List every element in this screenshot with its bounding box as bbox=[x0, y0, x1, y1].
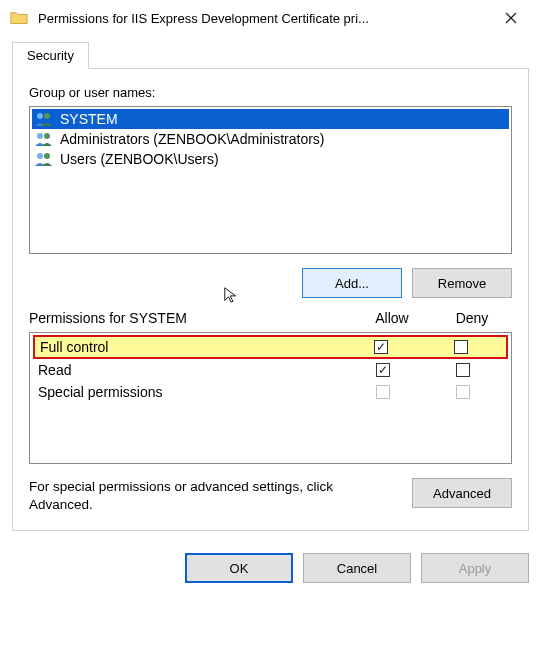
allow-checkbox bbox=[376, 385, 390, 399]
list-item[interactable]: Users (ZENBOOK\Users) bbox=[32, 149, 509, 169]
deny-checkbox[interactable] bbox=[454, 340, 468, 354]
list-item[interactable]: Administrators (ZENBOOK\Administrators) bbox=[32, 129, 509, 149]
permission-label: Full control bbox=[40, 339, 341, 355]
advanced-hint: For special permissions or advanced sett… bbox=[29, 478, 400, 514]
allow-column-header: Allow bbox=[352, 310, 432, 326]
permission-label: Read bbox=[38, 362, 343, 378]
ok-button[interactable]: OK bbox=[185, 553, 293, 583]
close-button[interactable] bbox=[489, 3, 533, 33]
titlebar: Permissions for IIS Express Development … bbox=[0, 0, 541, 36]
permissions-header: Permissions for SYSTEM Allow Deny bbox=[29, 310, 512, 326]
permission-label: Special permissions bbox=[38, 384, 343, 400]
dialog-buttons: OK Cancel Apply bbox=[0, 541, 541, 593]
permission-row: Read bbox=[30, 359, 511, 381]
group-names-list[interactable]: SYSTEM Administrators (ZENBOOK\Administr… bbox=[29, 106, 512, 254]
apply-button[interactable]: Apply bbox=[421, 553, 529, 583]
people-icon bbox=[34, 111, 54, 127]
allow-checkbox[interactable] bbox=[374, 340, 388, 354]
permission-row: Special permissions bbox=[30, 381, 511, 403]
advanced-button[interactable]: Advanced bbox=[412, 478, 512, 508]
remove-button[interactable]: Remove bbox=[412, 268, 512, 298]
permissions-list: Full control Read Special permissions bbox=[29, 332, 512, 464]
cursor-icon bbox=[223, 286, 241, 304]
deny-checkbox[interactable] bbox=[456, 363, 470, 377]
close-icon bbox=[505, 12, 517, 24]
people-icon bbox=[34, 151, 54, 167]
allow-checkbox[interactable] bbox=[376, 363, 390, 377]
deny-checkbox bbox=[456, 385, 470, 399]
svg-point-5 bbox=[44, 153, 50, 159]
dialog-client: Security Group or user names: SYSTEM Adm… bbox=[0, 36, 541, 541]
group-names-label: Group or user names: bbox=[29, 85, 512, 100]
svg-point-0 bbox=[37, 113, 43, 119]
group-buttons: Add... Remove bbox=[29, 268, 512, 298]
svg-point-1 bbox=[44, 113, 50, 119]
list-item[interactable]: SYSTEM bbox=[32, 109, 509, 129]
list-item-label: Administrators (ZENBOOK\Administrators) bbox=[60, 131, 325, 147]
deny-column-header: Deny bbox=[432, 310, 512, 326]
svg-point-3 bbox=[44, 133, 50, 139]
folder-icon bbox=[10, 10, 28, 26]
add-button[interactable]: Add... bbox=[302, 268, 402, 298]
tab-security[interactable]: Security bbox=[12, 42, 89, 69]
list-item-label: SYSTEM bbox=[60, 111, 118, 127]
permissions-for-label: Permissions for SYSTEM bbox=[29, 310, 352, 326]
list-item-label: Users (ZENBOOK\Users) bbox=[60, 151, 219, 167]
permission-row: Full control bbox=[33, 335, 508, 359]
people-icon bbox=[34, 131, 54, 147]
svg-point-2 bbox=[37, 133, 43, 139]
cancel-button[interactable]: Cancel bbox=[303, 553, 411, 583]
advanced-row: For special permissions or advanced sett… bbox=[29, 478, 512, 514]
tab-strip: Security bbox=[12, 40, 529, 68]
tab-panel-security: Group or user names: SYSTEM Administrato… bbox=[12, 68, 529, 531]
svg-point-4 bbox=[37, 153, 43, 159]
window-title: Permissions for IIS Express Development … bbox=[38, 11, 489, 26]
